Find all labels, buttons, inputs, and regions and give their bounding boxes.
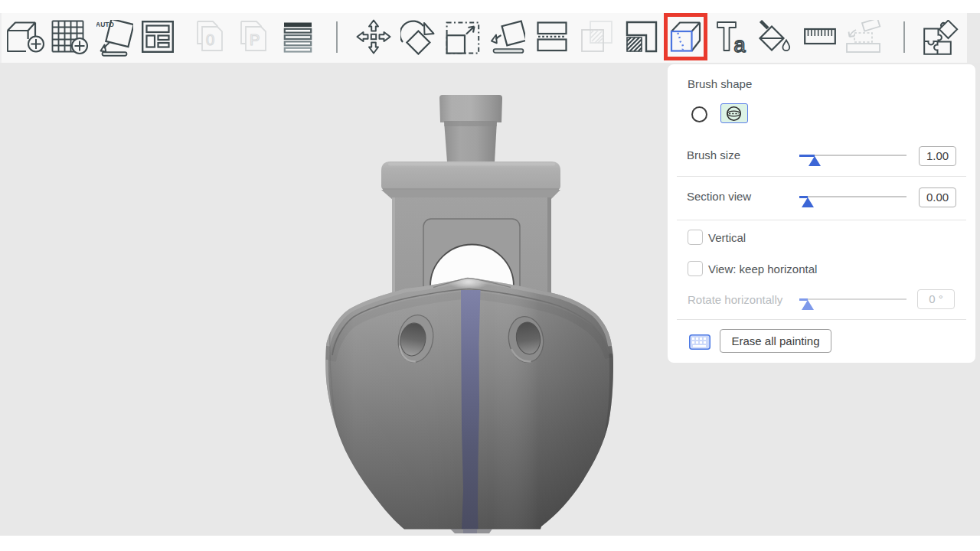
svg-text:P: P (250, 31, 260, 48)
svg-text:a: a (734, 34, 746, 54)
svg-text:0: 0 (206, 31, 214, 48)
svg-text:AUTO: AUTO (96, 21, 114, 28)
